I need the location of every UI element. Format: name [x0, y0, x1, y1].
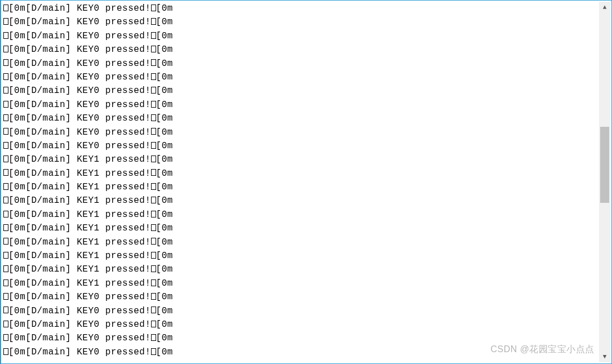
escape-glyph-icon: [151, 18, 156, 25]
log-line: [0m[D/main] KEY0 pressed![0m: [3, 29, 597, 43]
scrollbar-thumb[interactable]: [600, 127, 609, 203]
log-line: [0m[D/main] KEY0 pressed![0m: [3, 318, 597, 331]
log-line: [0m[D/main] KEY1 pressed![0m: [3, 221, 597, 235]
escape-glyph-icon: [3, 5, 8, 11]
escape-glyph-icon: [151, 46, 156, 52]
escape-glyph-icon: [3, 32, 8, 39]
escape-glyph-icon: [151, 114, 156, 121]
log-line: [0m[D/main] KEY0 pressed![0m: [3, 57, 597, 70]
escape-glyph-icon: [151, 101, 156, 108]
escape-glyph-icon: [151, 293, 156, 300]
escape-glyph-icon: [151, 32, 156, 39]
log-line: [0m[D/main] KEY0 pressed![0m: [3, 15, 597, 29]
escape-glyph-icon: [151, 169, 156, 176]
log-line: [0m[D/main] KEY1 pressed![0m: [3, 208, 597, 221]
escape-glyph-icon: [3, 169, 8, 176]
log-line: [0m[D/main] KEY1 pressed![0m: [3, 249, 597, 263]
escape-glyph-icon: [151, 183, 156, 190]
escape-glyph-icon: [3, 73, 8, 80]
escape-glyph-icon: [3, 142, 8, 149]
log-line: [0m[D/main] KEY1 pressed![0m: [3, 180, 597, 194]
scroll-up-button[interactable]: ▲: [599, 2, 610, 13]
log-line: [0m[D/main] KEY1 pressed![0m: [3, 277, 597, 290]
escape-glyph-icon: [3, 252, 8, 259]
escape-glyph-icon: [151, 307, 156, 313]
escape-glyph-icon: [3, 293, 8, 300]
log-line: [0m[D/main] KEY1 pressed![0m: [3, 263, 597, 276]
log-line: [0m[D/main] KEY0 pressed![0m: [3, 290, 597, 304]
log-line: [0m[D/main] KEY0 pressed![0m: [3, 84, 597, 97]
escape-glyph-icon: [3, 211, 8, 217]
escape-glyph-icon: [3, 46, 8, 52]
log-line: [0m[D/main] KEY1 pressed![0m: [3, 153, 597, 166]
escape-glyph-icon: [3, 156, 8, 162]
chevron-down-icon: ▼: [603, 353, 607, 360]
escape-glyph-icon: [151, 211, 156, 217]
escape-glyph-icon: [3, 128, 8, 135]
escape-glyph-icon: [151, 348, 156, 355]
escape-glyph-icon: [3, 265, 8, 272]
scroll-down-button[interactable]: ▼: [599, 351, 610, 362]
escape-glyph-icon: [151, 5, 156, 11]
log-line: [0m[D/main] KEY0 pressed![0m: [3, 359, 597, 361]
terminal-window: [0m[D/main] KEY0 pressed![0m[0m[D/main] …: [0, 0, 612, 364]
escape-glyph-icon: [3, 101, 8, 108]
log-line: [0m[D/main] KEY1 pressed![0m: [3, 236, 597, 249]
log-line: [0m[D/main] KEY0 pressed![0m: [3, 98, 597, 112]
escape-glyph-icon: [151, 265, 156, 272]
log-line: [0m[D/main] KEY1 pressed![0m: [3, 194, 597, 207]
escape-glyph-icon: [3, 224, 8, 231]
escape-glyph-icon: [3, 197, 8, 203]
log-line: [0m[D/main] KEY0 pressed![0m: [3, 43, 597, 56]
terminal-output[interactable]: [0m[D/main] KEY0 pressed![0m[0m[D/main] …: [3, 2, 597, 361]
log-line: [0m[D/main] KEY0 pressed![0m: [3, 331, 597, 345]
escape-glyph-icon: [151, 238, 156, 245]
escape-glyph-icon: [3, 321, 8, 327]
escape-glyph-icon: [3, 87, 8, 94]
escape-glyph-icon: [151, 197, 156, 203]
escape-glyph-icon: [151, 142, 156, 149]
log-line: [0m[D/main] KEY0 pressed![0m: [3, 139, 597, 153]
log-line: [0m[D/main] KEY0 pressed![0m: [3, 112, 597, 125]
escape-glyph-icon: [3, 18, 8, 25]
escape-glyph-icon: [151, 156, 156, 162]
escape-glyph-icon: [3, 279, 8, 286]
escape-glyph-icon: [151, 59, 156, 66]
chevron-up-icon: ▲: [603, 4, 607, 11]
escape-glyph-icon: [3, 238, 8, 245]
escape-glyph-icon: [3, 348, 8, 355]
escape-glyph-icon: [151, 224, 156, 231]
log-line: [0m[D/main] KEY0 pressed![0m: [3, 345, 597, 359]
escape-glyph-icon: [3, 334, 8, 341]
escape-glyph-icon: [151, 334, 156, 341]
log-line: [0m[D/main] KEY0 pressed![0m: [3, 2, 597, 15]
escape-glyph-icon: [151, 279, 156, 286]
log-line: [0m[D/main] KEY0 pressed![0m: [3, 70, 597, 84]
log-line: [0m[D/main] KEY0 pressed![0m: [3, 304, 597, 318]
escape-glyph-icon: [151, 73, 156, 80]
scrollbar-track[interactable]: ▲ ▼: [599, 2, 610, 362]
escape-glyph-icon: [3, 59, 8, 66]
log-line: [0m[D/main] KEY1 pressed![0m: [3, 167, 597, 180]
log-line: [0m[D/main] KEY0 pressed![0m: [3, 126, 597, 139]
escape-glyph-icon: [151, 321, 156, 327]
escape-glyph-icon: [151, 87, 156, 94]
escape-glyph-icon: [151, 128, 156, 135]
escape-glyph-icon: [3, 183, 8, 190]
escape-glyph-icon: [3, 307, 8, 313]
escape-glyph-icon: [151, 252, 156, 259]
escape-glyph-icon: [3, 114, 8, 121]
